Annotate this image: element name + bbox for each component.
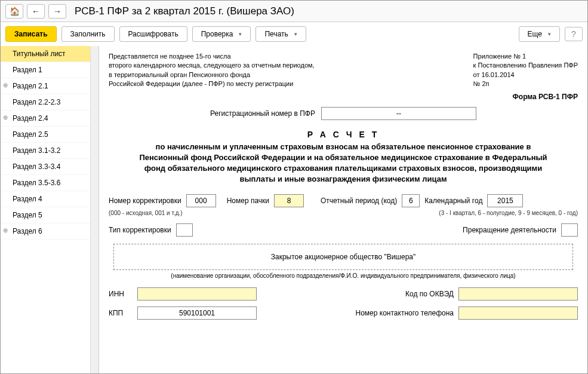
type-corr-label: Тип корректировки <box>109 226 171 234</box>
kpp-field[interactable]: 590101001 <box>137 306 257 320</box>
period-label: Отчетный период (код) <box>321 197 397 205</box>
year-label: Календарный год <box>424 197 482 205</box>
page-title: РСВ-1 ПФР за 2 квартал 2015 г. (Вишера З… <box>75 5 294 17</box>
kpp-label: КПП <box>109 309 133 317</box>
pack-label: Номер пачки <box>227 197 269 205</box>
sidebar-item-3[interactable]: Раздел 2.2-2.3 <box>1 94 98 111</box>
sidebar-item-0[interactable]: Титульный лист <box>1 46 98 62</box>
sidebar-item-2[interactable]: Раздел 2.1 <box>1 78 98 94</box>
sidebar-item-8[interactable]: Раздел 3.5-3.6 <box>1 175 98 191</box>
sidebar-item-5[interactable]: Раздел 2.5 <box>1 127 98 143</box>
sidebar-item-1[interactable]: Раздел 1 <box>1 62 98 78</box>
calc-body: по начисленным и уплаченным страховым вз… <box>109 142 578 185</box>
type-corr-field[interactable] <box>176 223 193 237</box>
period-field[interactable]: 6 <box>402 194 420 207</box>
phone-field[interactable] <box>458 306 578 320</box>
sidebar-item-9[interactable]: Раздел 4 <box>1 191 98 207</box>
org-hint: (наименование организации, обособленного… <box>109 272 578 279</box>
sidebar-item-4[interactable]: Раздел 2.4 <box>1 111 98 127</box>
forward-button[interactable]: → <box>48 4 66 19</box>
okved-field[interactable] <box>458 287 578 301</box>
appendix-text: Приложение № 1 к Постановлению Правления… <box>473 52 578 89</box>
sidebar: Титульный листРаздел 1Раздел 2.1Раздел 2… <box>1 46 99 373</box>
cease-label: Прекращение деятельности <box>463 226 556 234</box>
save-button[interactable]: Записать <box>5 26 57 42</box>
reg-label: Регистрационный номер в ПФР <box>210 109 315 118</box>
main-content: Представляется не позднее 15-го числа вт… <box>99 46 587 373</box>
corr-label: Номер корректировки <box>109 197 181 205</box>
year-field[interactable]: 2015 <box>487 194 523 207</box>
inn-field[interactable] <box>137 287 257 301</box>
decode-button[interactable]: Расшифровать <box>119 26 187 42</box>
corr-field[interactable]: 000 <box>186 194 216 207</box>
check-button[interactable]: Проверка <box>192 26 251 42</box>
help-button[interactable]: ? <box>565 27 583 41</box>
sidebar-item-7[interactable]: Раздел 3.3-3.4 <box>1 159 98 175</box>
back-button[interactable]: ← <box>27 4 45 19</box>
corr-hint: (000 - исходная, 001 и т.д.) <box>109 210 183 216</box>
inn-label: ИНН <box>109 290 133 298</box>
okved-label: Код по ОКВЭД <box>405 290 454 298</box>
calc-heading: Р А С Ч Е Т <box>109 130 578 139</box>
print-button[interactable]: Печать <box>255 26 306 42</box>
fill-button[interactable]: Заполнить <box>61 26 115 42</box>
pack-field[interactable]: 8 <box>274 194 304 207</box>
sidebar-item-6[interactable]: Раздел 3.1-3.2 <box>1 143 98 159</box>
form-name: Форма РСВ-1 ПФР <box>109 93 578 101</box>
home-button[interactable]: 🏠 <box>5 4 23 19</box>
toolbar: Записать Заполнить Расшифровать Проверка… <box>1 22 587 46</box>
org-name-field[interactable]: Закрытое акционерное общество "Вишера" <box>113 244 573 270</box>
sidebar-item-11[interactable]: Раздел 6 <box>1 223 98 240</box>
phone-label: Номер контактного телефона <box>356 309 454 317</box>
sidebar-scrollbar[interactable] <box>90 46 98 373</box>
intro-text: Представляется не позднее 15-го числа вт… <box>109 52 315 89</box>
cease-field[interactable] <box>561 223 578 237</box>
top-navigation: 🏠 ← → РСВ-1 ПФР за 2 квартал 2015 г. (Ви… <box>1 1 587 22</box>
period-hint: (3 - I квартал, 6 - полугодие, 9 - 9 мес… <box>439 210 578 216</box>
reg-number-field[interactable]: -- <box>321 107 476 120</box>
more-button[interactable]: Еще <box>519 26 560 42</box>
sidebar-item-10[interactable]: Раздел 5 <box>1 207 98 223</box>
